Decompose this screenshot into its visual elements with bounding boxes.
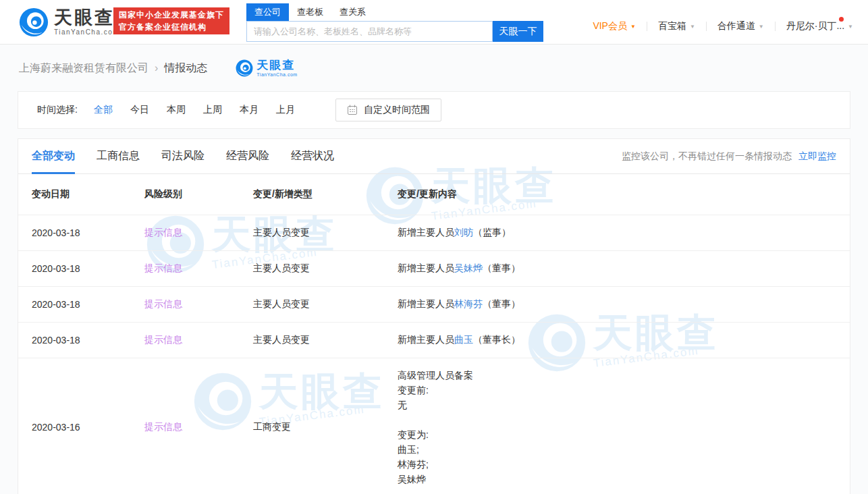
tab-business-info[interactable]: 工商信息 (97, 139, 140, 173)
nav-toolbox[interactable]: 百宝箱 ▼ (658, 20, 695, 32)
calendar-icon (347, 105, 358, 115)
chevron-down-icon: ▼ (630, 24, 636, 30)
tab-judicial-risk[interactable]: 司法风险 (161, 139, 205, 173)
breadcrumb-separator: › (155, 62, 158, 74)
search-tab-company[interactable]: 查公司 (246, 3, 289, 21)
cell-date: 2020-03-18 (32, 335, 144, 346)
cell-change-type: 主要人员变更 (253, 263, 398, 275)
person-link[interactable]: 刘昉 (454, 227, 473, 238)
tab-operating-status[interactable]: 经营状况 (291, 139, 334, 173)
notification-dot (839, 17, 844, 22)
chevron-down-icon: ▼ (690, 24, 695, 30)
tab-all-changes[interactable]: 全部变动 (32, 139, 75, 173)
cell-content: 高级管理人员备案 变更前: 无 变更为: 曲玉; 林海芬; 吴妹烨 (398, 359, 836, 494)
logo-text: 天眼查 (54, 9, 119, 27)
monitor-now-link[interactable]: 立即监控 (798, 150, 836, 163)
tianyancha-swirl-icon (236, 59, 253, 77)
nav-vip[interactable]: VIP会员 ▼ (593, 20, 636, 32)
time-option-last-month[interactable]: 上月 (276, 104, 295, 116)
risk-level-link[interactable]: 提示信息 (144, 334, 253, 346)
cell-change-type: 主要人员变更 (253, 298, 398, 310)
search-input[interactable] (246, 21, 493, 42)
col-header-content: 变更/更新内容 (398, 188, 836, 200)
change-feed-card: 天眼查TianYanCha.com 天眼查TianYanCha.com 天眼查T… (18, 138, 850, 494)
top-header: 天眼查 TianYanCha.com 国家中小企业发展基金旗下 官方备案企业征信… (0, 0, 868, 45)
search-module: 查公司 查老板 查关系 天眼一下 (246, 3, 543, 42)
breadcrumb-current: 情报动态 (164, 61, 207, 76)
breadcrumb: 上海蔚来融资租赁有限公司 › 情报动态 天眼查 TianYanCha.com (19, 59, 298, 77)
risk-level-link[interactable]: 提示信息 (144, 421, 253, 433)
person-link[interactable]: 曲玉 (454, 334, 473, 345)
col-header-risk: 风险级别 (144, 188, 253, 200)
time-option-today[interactable]: 今日 (130, 104, 149, 116)
cell-date: 2020-03-18 (32, 263, 144, 274)
time-option-this-month[interactable]: 本月 (240, 104, 259, 116)
top-nav: VIP会员 ▼ 百宝箱 ▼ 合作通道 ▼ 丹尼尔·贝丁... ▼ (593, 20, 853, 32)
breadcrumb-company-link[interactable]: 上海蔚来融资租赁有限公司 (19, 61, 148, 76)
cell-content: 新增主要人员林海芬（董事） (398, 298, 836, 310)
tianyancha-logo[interactable]: 天眼查 TianYanCha.com (19, 7, 119, 37)
search-button[interactable]: 天眼一下 (493, 21, 543, 42)
time-option-all[interactable]: 全部 (94, 104, 113, 116)
tianyancha-small-logo: 天眼查 TianYanCha.com (236, 59, 297, 77)
table-row: 2020-03-18 提示信息 主要人员变更 新增主要人员曲玉（董事长） (18, 323, 850, 358)
risk-level-link[interactable]: 提示信息 (144, 263, 253, 275)
table-row: 2020-03-18 提示信息 主要人员变更 新增主要人员吴妹烨（董事） (18, 251, 850, 287)
username: 丹尼尔·贝丁... (786, 20, 844, 32)
nav-divider (775, 22, 776, 31)
time-filter-card: 时间选择: 全部 今日 本周 上周 本月 上月 自定义时间范围 (18, 91, 850, 129)
nav-divider (706, 22, 707, 31)
table-header-row: 变动日期 风险级别 变更/新增类型 变更/更新内容 (18, 174, 850, 215)
cell-change-type: 主要人员变更 (253, 334, 398, 346)
search-tabs: 查公司 查老板 查关系 (246, 3, 543, 21)
col-header-type: 变更/新增类型 (253, 188, 398, 200)
custom-time-range-button[interactable]: 自定义时间范围 (335, 99, 441, 121)
person-link[interactable]: 吴妹烨 (454, 263, 483, 273)
nav-divider (647, 22, 647, 31)
col-header-date: 变动日期 (32, 188, 144, 200)
category-tabs: 全部变动 工商信息 司法风险 经营风险 经营状况 监控该公司，不再错过任何一条情… (18, 139, 850, 174)
badge-line1: 国家中小企业发展基金旗下 (119, 9, 224, 21)
cell-date: 2020-03-16 (32, 422, 144, 433)
badge-line2: 官方备案企业征信机构 (119, 21, 224, 33)
risk-level-link[interactable]: 提示信息 (144, 298, 253, 310)
time-option-this-week[interactable]: 本周 (167, 104, 186, 116)
table-row: 2020-03-18 提示信息 主要人员变更 新增主要人员刘昉（监事） (18, 215, 850, 251)
chevron-down-icon: ▼ (848, 24, 853, 30)
cell-date: 2020-03-18 (32, 227, 144, 238)
risk-level-link[interactable]: 提示信息 (144, 227, 253, 239)
cell-change-type: 工商变更 (253, 421, 398, 433)
cell-content: 新增主要人员曲玉（董事长） (398, 334, 836, 346)
search-tab-relation[interactable]: 查关系 (331, 3, 374, 21)
official-credential-badge: 国家中小企业发展基金旗下 官方备案企业征信机构 (113, 7, 229, 34)
nav-user-menu[interactable]: 丹尼尔·贝丁... ▼ (786, 20, 853, 32)
time-filter-label: 时间选择: (37, 104, 78, 116)
cell-content: 新增主要人员刘昉（监事） (398, 227, 836, 239)
tab-operating-risk[interactable]: 经营风险 (226, 139, 269, 173)
nav-cooperation[interactable]: 合作通道 ▼ (717, 20, 764, 32)
monitor-prompt: 监控该公司，不再错过任何一条情报动态 立即监控 (622, 150, 836, 163)
time-option-last-week[interactable]: 上周 (203, 104, 222, 116)
search-tab-boss[interactable]: 查老板 (289, 3, 331, 21)
person-link[interactable]: 林海芬 (454, 298, 483, 309)
cell-date: 2020-03-18 (32, 299, 144, 310)
chevron-down-icon: ▼ (759, 24, 764, 30)
cell-content: 新增主要人员吴妹烨（董事） (398, 263, 836, 275)
logo-domain: TianYanCha.com (54, 29, 119, 36)
tianyancha-swirl-icon (19, 7, 49, 37)
table-row: 2020-03-16 提示信息 工商变更 高级管理人员备案 变更前: 无 变更为… (18, 358, 850, 494)
table-row: 2020-03-18 提示信息 主要人员变更 新增主要人员林海芬（董事） (18, 287, 850, 323)
cell-change-type: 主要人员变更 (253, 227, 398, 239)
monitor-text: 监控该公司，不再错过任何一条情报动态 (622, 150, 792, 163)
